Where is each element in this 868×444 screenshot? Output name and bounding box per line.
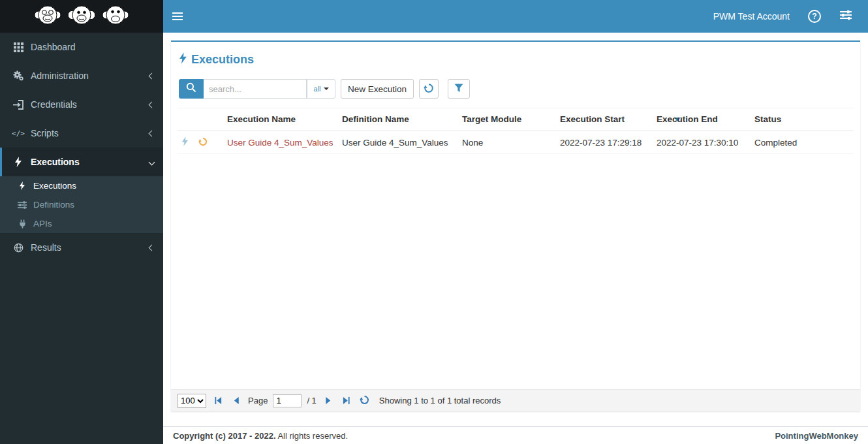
sidebar-item-credentials[interactable]: Credentials [0,90,163,119]
search-scope-dropdown[interactable]: all [307,79,335,99]
total-pages-label: / 1 [307,396,316,405]
help-button[interactable]: ? [801,0,828,33]
refresh-icon [424,83,434,95]
lightning-bolt-icon [181,138,189,148]
column-header-target-module[interactable]: Target Module [458,108,556,131]
column-header-execution-start[interactable]: Execution Start [556,108,653,131]
caret-down-icon [324,87,329,90]
execution-name-link[interactable]: User Guide 4_Sum_Values [227,138,333,148]
records-summary: Showing 1 to 1 of 1 total records [379,396,501,405]
search-icon [186,82,196,95]
hamburger-icon [172,12,183,14]
sidebar-item-dashboard[interactable]: Dashboard [0,33,163,61]
dashboard-grid-icon [11,42,25,52]
rerun-cell[interactable] [194,131,223,154]
chevron-left-icon [149,244,155,251]
column-header-definition-name[interactable]: Definition Name [338,108,458,131]
table-header-row: Execution Name Definition Name Target Mo… [178,108,854,131]
filter-button[interactable] [448,79,470,99]
code-icon: </> [11,129,25,138]
chevron-left-icon [149,130,155,136]
next-page-button[interactable] [322,394,335,407]
sidebar-item-label: Results [31,242,61,253]
pagination-bar: 100 Page / 1 [171,389,860,411]
first-page-button[interactable] [211,394,225,407]
sidebar-item-scripts[interactable]: </> Scripts [0,119,163,148]
search-group: all [179,79,335,99]
sidebar-item-label: Executions [31,157,80,167]
sidebar-item-administration[interactable]: Administration [0,61,163,90]
target-module-cell: None [458,131,556,154]
new-execution-button[interactable]: New Execution [341,79,414,99]
copyright-text: Copyright (c) 2017 - 2022. All rights re… [173,431,348,441]
column-header-run-icon [178,108,194,131]
submenu-item-executions[interactable]: Executions [0,176,163,195]
column-header-execution-name[interactable]: Execution Name [223,108,338,131]
refresh-button[interactable] [419,79,439,99]
lightning-bolt-icon [11,157,25,167]
chevron-left-icon [149,101,155,108]
previous-page-button[interactable] [230,394,243,407]
content-area: Executions all New Execution [163,33,868,426]
nav-bar: PWM Test Account ? [163,0,868,33]
filter-funnel-icon [454,84,463,95]
submenu-item-apis[interactable]: APIs [0,214,163,233]
last-page-button[interactable] [340,394,353,407]
search-input[interactable] [204,79,307,99]
top-bar: PWM Test Account ? [0,0,868,33]
sidebar-item-label: Administration [31,71,89,81]
search-button[interactable] [179,79,204,99]
sliders-icon [16,201,29,209]
submenu-item-label: APIs [33,219,52,229]
sidebar-item-results[interactable]: Results [0,233,163,262]
lightning-bolt-icon [179,52,187,67]
table-empty-space [171,154,860,389]
run-cell[interactable] [178,131,194,154]
plug-icon [16,219,29,229]
settings-button[interactable] [833,0,859,33]
sidebar-item-executions[interactable]: Executions [0,148,163,176]
sidebar-item-label: Credentials [31,99,77,110]
toolbar: all New Execution [171,72,860,105]
executions-table: Execution Name Definition Name Target Mo… [178,108,854,154]
app-logo[interactable] [0,0,163,33]
help-icon: ? [808,10,821,23]
sidebar-toggle-button[interactable] [163,0,192,33]
sidebar-item-label: Scripts [31,128,59,138]
sidebar: Dashboard Administration [0,33,163,444]
sliders-icon [840,10,852,23]
execution-start-cell: 2022-07-23 17:29:18 [556,131,653,154]
sidebar-item-label: Dashboard [31,42,76,52]
brand-name: PointingWebMonkey [775,431,858,441]
sign-in-icon [11,100,25,110]
execution-end-cell: 2022-07-23 17:30:10 [653,131,751,154]
submenu-item-definitions[interactable]: Definitions [0,195,163,214]
chevron-down-icon [149,159,155,165]
table-row[interactable]: User Guide 4_Sum_Values User Guide 4_Sum… [178,131,854,154]
page-size-select[interactable]: 100 [178,394,206,408]
refresh-icon [198,138,208,148]
page-number-input[interactable] [273,394,302,407]
executions-panel: Executions all New Execution [171,40,860,411]
chevron-left-icon [149,72,155,79]
column-header-execution-end[interactable]: Execution End [653,108,751,131]
gears-icon [11,71,25,81]
refresh-icon [360,395,369,407]
definition-name-cell: User Guide 4_Sum_Values [338,131,458,154]
executions-submenu: Executions Definitions APIs [0,176,163,233]
submenu-item-label: Executions [33,181,76,191]
lightning-bolt-icon [16,182,29,190]
page-title: Executions [171,42,860,72]
page-label: Page [248,396,268,405]
column-header-status[interactable]: Status [751,108,854,131]
status-cell: Completed [751,131,854,154]
submenu-item-label: Definitions [33,200,74,210]
pager-refresh-button[interactable] [358,394,371,407]
column-header-refresh-icon [194,108,223,131]
account-menu[interactable]: PWM Test Account [707,0,796,33]
footer: Copyright (c) 2017 - 2022. All rights re… [163,426,868,444]
globe-icon [11,243,25,253]
three-monkeys-logo-icon [31,1,132,31]
